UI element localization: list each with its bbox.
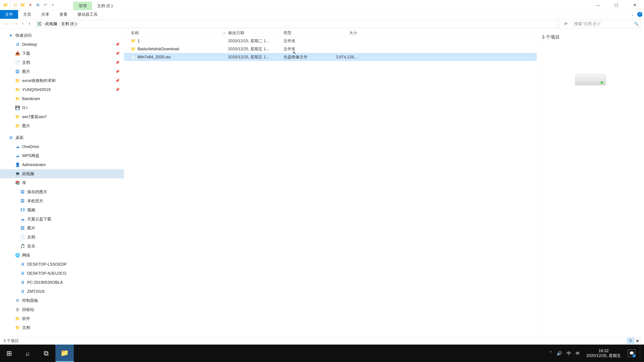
- file-row[interactable]: 📁BaiduNetdiskDownload2020/12/25, 星期五 1..…: [124, 45, 537, 53]
- nav-library-item[interactable]: 🖼本机照片: [0, 196, 124, 205]
- qat-delete-icon[interactable]: ✕: [26, 1, 34, 9]
- file-name: 1: [138, 38, 228, 43]
- nav-qa-item[interactable]: 💾G:\: [0, 103, 124, 112]
- column-name[interactable]: 名称▴: [131, 30, 228, 35]
- nav-docs-folder[interactable]: 📁文档: [0, 323, 124, 332]
- view-details-button[interactable]: ☰: [627, 338, 634, 344]
- nav-qa-item[interactable]: 📁图片: [0, 121, 124, 130]
- nav-desktop-item[interactable]: ☁OneDrive: [0, 142, 124, 151]
- nav-qa-item[interactable]: 📁excel表格制作求和📌: [0, 76, 124, 85]
- nav-desktop[interactable]: 🖥桌面: [0, 133, 124, 142]
- file-type: 光盘映像文件: [284, 54, 327, 60]
- ribbon-tabs: 文件 主页 共享 查看 驱动器工具 ⌄ ?: [0, 10, 644, 19]
- pin-icon: 📌: [116, 88, 120, 92]
- qat-app-icon[interactable]: 📁: [2, 1, 9, 9]
- start-button[interactable]: ⊞: [0, 345, 18, 362]
- ribbon-tab-view[interactable]: 查看: [54, 10, 72, 19]
- nav-library-item[interactable]: 🎞视频: [0, 205, 124, 215]
- tray-volume-icon[interactable]: 🔊: [556, 351, 562, 356]
- ribbon-context-tab-manage[interactable]: 管理: [74, 2, 92, 10]
- minimize-button[interactable]: ―: [589, 0, 607, 10]
- tray-clock[interactable]: 16:32 2020/12/25, 星期五: [584, 349, 623, 358]
- pin-icon: 📌: [116, 51, 120, 55]
- qat-folder-icon[interactable]: 📁: [19, 1, 26, 9]
- file-type: 文件夹: [284, 38, 327, 43]
- column-headers[interactable]: 名称▴ 修改日期 类型 大小: [124, 29, 537, 37]
- refresh-button[interactable]: ⟳: [562, 20, 569, 27]
- nav-up-button[interactable]: ↑: [26, 20, 33, 27]
- nav-network-pc[interactable]: 🖥ZMT2019: [0, 287, 124, 296]
- ribbon-tab-drive-tools[interactable]: 驱动器工具: [72, 10, 103, 19]
- nav-qa-item[interactable]: 🖥Desktop📌: [0, 40, 124, 49]
- nav-desktop-item[interactable]: 📚库: [0, 178, 124, 187]
- ribbon-expand-icon[interactable]: ⌄: [628, 12, 637, 16]
- nav-network-pc[interactable]: 🖥DESKTOP-NJEU3CG: [0, 269, 124, 278]
- nav-library-item[interactable]: 🖼图片: [0, 224, 124, 233]
- task-view-button[interactable]: ⧉: [37, 345, 55, 362]
- nav-qa-item[interactable]: 📁YUNQISHI2019📌: [0, 85, 124, 94]
- tray-mail-icon[interactable]: ✉: [576, 351, 580, 356]
- taskbar-explorer-button[interactable]: 📁: [55, 345, 74, 362]
- nav-this-pc[interactable]: 💻此电脑: [0, 169, 124, 178]
- file-type: 文件夹: [284, 46, 327, 52]
- qat-checkbox-icon[interactable]: ☑: [12, 1, 19, 9]
- nav-network-pc[interactable]: 🖥DESKTOP-LSSOEDP: [0, 260, 124, 269]
- nav-library-item[interactable]: 🎵音乐: [0, 242, 124, 251]
- nav-software-folder[interactable]: 📁软件: [0, 314, 124, 323]
- ribbon-tab-share[interactable]: 共享: [36, 10, 54, 19]
- maximize-button[interactable]: ▢: [607, 0, 626, 10]
- nav-library-item[interactable]: 🖼保存的图片: [0, 187, 124, 196]
- nav-qa-item[interactable]: 📥下载📌: [0, 49, 124, 58]
- sort-asc-icon: ▴: [224, 31, 225, 34]
- taskbar-search-button[interactable]: ⌕: [18, 345, 37, 362]
- address-dropdown-icon[interactable]: ⌄: [556, 22, 558, 26]
- nav-network-pc[interactable]: 🖥PC-20190530OBLA: [0, 278, 124, 287]
- tray-ime-indicator[interactable]: 中: [567, 351, 571, 356]
- crumb-this-pc[interactable]: 此电脑›: [45, 21, 60, 26]
- nav-desktop-item[interactable]: 👤Administrator: [0, 160, 124, 169]
- nav-control-panel[interactable]: ⚙控制面板: [0, 296, 124, 305]
- nav-library-item[interactable]: 📄文档: [0, 233, 124, 242]
- nav-desktop-item[interactable]: ☁WPS网盘: [0, 151, 124, 160]
- navigation-pane[interactable]: ★快速访问 🖥Desktop📌📥下载📌📄文档📌🖼图片📌📁excel表格制作求和📌…: [0, 29, 124, 337]
- qat-dropdown-icon[interactable]: ▾: [52, 3, 53, 6]
- nav-library-item[interactable]: ☁天翼云盘下载: [0, 215, 124, 224]
- ribbon-tab-file[interactable]: 文件: [0, 10, 18, 19]
- ribbon-tab-home[interactable]: 主页: [18, 10, 36, 19]
- chevron-right-icon[interactable]: ›: [43, 22, 44, 25]
- tray-overflow-icon[interactable]: ˄: [550, 351, 552, 356]
- file-row[interactable]: 📄Win7x64_2020.iso2020/12/25, 星期五 1...光盘映…: [124, 53, 537, 61]
- show-desktop-button[interactable]: [640, 345, 642, 362]
- nav-forward-button[interactable]: →: [13, 20, 20, 27]
- view-icons-button[interactable]: ▦: [634, 338, 641, 344]
- nav-qa-item[interactable]: 📄文档📌: [0, 58, 124, 67]
- nav-history-dropdown[interactable]: ▾: [22, 22, 24, 25]
- close-button[interactable]: ✕: [626, 0, 644, 10]
- crumb-drive-e[interactable]: 文档 (E:)›: [61, 21, 79, 26]
- action-center-button[interactable]: 💬3: [628, 350, 635, 357]
- help-icon[interactable]: ?: [637, 12, 642, 17]
- quick-access-toolbar: 📁 ☑ 📁 ✕ ⚙ ↶ ▾: [0, 1, 53, 9]
- pin-icon: 📌: [116, 60, 120, 64]
- nav-qa-item[interactable]: 🖼图片📌: [0, 67, 124, 76]
- search-input[interactable]: 搜索"文档 (E:)" 🔍: [572, 20, 641, 27]
- column-size[interactable]: 大小: [327, 30, 357, 35]
- search-icon[interactable]: 🔍: [634, 22, 638, 26]
- breadcrumb[interactable]: 💽 › 此电脑› 文档 (E:)› ⌄: [36, 20, 560, 27]
- pin-icon: 📌: [116, 42, 120, 46]
- qat-undo-icon[interactable]: ↶: [42, 1, 49, 9]
- qat-properties-icon[interactable]: ⚙: [34, 1, 42, 9]
- file-row[interactable]: 📁12020/12/15, 星期二 1...文件夹: [124, 37, 537, 45]
- taskbar[interactable]: ⊞ ⌕ ⧉ 📁 ˄ 🔊 中 ✉ 16:32 2020/12/25, 星期五 💬3: [0, 345, 644, 362]
- nav-network[interactable]: 🌐网络: [0, 251, 124, 260]
- column-type[interactable]: 类型: [284, 30, 327, 35]
- nav-back-button[interactable]: ←: [3, 20, 10, 27]
- nav-recycle-bin[interactable]: 🗑回收站: [0, 305, 124, 314]
- status-item-count: 3 个项目: [3, 338, 19, 344]
- column-date[interactable]: 修改日期: [228, 30, 284, 35]
- nav-quick-access[interactable]: ★快速访问: [0, 31, 124, 40]
- nav-qa-item[interactable]: 📁win7重装win7: [0, 112, 124, 121]
- file-date: 2020/12/15, 星期二 1...: [228, 38, 284, 43]
- nav-qa-item[interactable]: 📁Bandicam: [0, 94, 124, 103]
- file-list[interactable]: 名称▴ 修改日期 类型 大小 📁12020/12/15, 星期二 1...文件夹…: [124, 29, 537, 337]
